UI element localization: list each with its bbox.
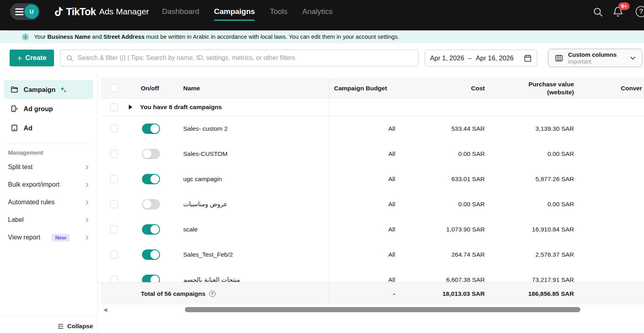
avatar[interactable]: U <box>24 4 39 19</box>
ad-icon <box>10 124 18 132</box>
campaign-budget-value: All <box>329 150 395 158</box>
sidebar: Campaign Ad group Ad <box>0 72 98 333</box>
table-row: Sales-CUSTOM All 0.00 SAR 0.00 SAR <box>101 141 644 166</box>
draft-notice[interactable]: You have 8 draft campaigns <box>140 104 222 111</box>
info-icon: i <box>22 34 29 40</box>
tiktok-logo: TikTok Ads Manager <box>53 0 149 23</box>
campaign-name[interactable]: ugc campagin <box>183 175 222 182</box>
totals-cost: 18,013.03 SAR <box>395 290 485 297</box>
plus-icon: + <box>17 54 22 62</box>
sidebar-item-bulk-export-import[interactable]: Bulk export/import <box>0 176 97 193</box>
date-range-picker[interactable]: Apr 1, 2026 – Apr 16, 2026 <box>425 50 537 66</box>
top-navbar: U TikTok Ads Manager Dashboard Campaigns… <box>0 0 644 30</box>
cost-value: 1,073.90 SAR <box>395 226 485 233</box>
table-row: منتجات العناية بالجسم All 6,607.38 SAR 7… <box>101 267 644 282</box>
campaign-budget-value: All <box>329 276 395 283</box>
header-conversions[interactable]: Conver <box>574 85 644 92</box>
sidebar-divider <box>8 144 89 144</box>
chevron-right-icon <box>84 199 90 205</box>
columns-selected-value: important <box>568 58 617 65</box>
chevron-right-icon <box>84 235 90 241</box>
sidebar-item-split-test[interactable]: Split test <box>0 158 97 176</box>
sidebar-item-ad-group[interactable]: Ad group <box>4 99 93 118</box>
row-checkbox[interactable] <box>110 175 118 183</box>
totals-help-icon[interactable]: ? <box>209 291 216 297</box>
campaign-budget-value: All <box>329 201 395 208</box>
search-filter-box[interactable] <box>60 50 418 66</box>
sidebar-item-view-report[interactable]: View report New <box>0 229 97 246</box>
table-row: scale All 1,073.90 SAR 16,910.84 SAR <box>101 217 644 242</box>
row-checkbox[interactable] <box>110 125 118 133</box>
custom-columns-dropdown[interactable]: Custom columns important <box>548 49 642 67</box>
on-off-toggle[interactable] <box>142 224 160 235</box>
new-badge: New <box>52 234 70 241</box>
on-off-toggle[interactable] <box>142 249 160 260</box>
on-off-toggle[interactable] <box>142 149 160 159</box>
account-menu[interactable]: U <box>10 3 40 20</box>
row-checkbox[interactable] <box>110 225 118 233</box>
row-checkbox[interactable] <box>110 150 118 158</box>
sidebar-bottom-divider <box>0 316 97 317</box>
search-input[interactable] <box>78 54 412 62</box>
nav-campaigns[interactable]: Campaigns <box>214 7 255 16</box>
row-checkbox[interactable] <box>110 251 118 259</box>
collapse-sidebar-button[interactable]: Collapse <box>57 323 93 330</box>
date-separator: – <box>468 54 472 62</box>
header-purchase-value[interactable]: Purchase value(website) <box>485 80 574 96</box>
header-name[interactable]: Name <box>166 85 329 92</box>
on-off-toggle[interactable] <box>142 124 160 134</box>
sidebar-item-automated-rules[interactable]: Automated rules <box>0 193 97 211</box>
campaign-name[interactable]: Sales_Test_Feb/2 <box>183 251 233 258</box>
campaign-name[interactable]: عروض ومناسبات <box>183 201 228 207</box>
totals-purchase: 186,856.85 SAR <box>485 290 574 297</box>
on-off-toggle[interactable] <box>142 199 160 209</box>
expand-triangle-icon[interactable] <box>129 105 132 110</box>
hamburger-icon[interactable] <box>15 8 24 15</box>
cost-value: 533.44 SAR <box>395 125 485 132</box>
draft-row-checkbox[interactable] <box>110 103 118 111</box>
campaign-name[interactable]: scale <box>183 226 198 233</box>
header-cost[interactable]: Cost <box>395 85 485 92</box>
nav-tools[interactable]: Tools <box>270 7 287 16</box>
banner-text: Your Business Name and Street Address mu… <box>34 34 399 40</box>
columns-label: Custom columns <box>568 51 617 58</box>
on-off-toggle[interactable] <box>142 174 160 184</box>
brand-suffix: Ads Manager <box>99 7 149 16</box>
select-all-checkbox[interactable] <box>110 84 118 92</box>
sidebar-item-campaign[interactable]: Campaign <box>4 80 93 99</box>
on-off-toggle[interactable] <box>142 275 160 283</box>
management-section-label: Management <box>8 150 97 156</box>
campaign-name[interactable]: Sales- custom 2 <box>183 125 228 132</box>
nav-analytics[interactable]: Analytics <box>302 7 333 16</box>
header-on-off[interactable]: On/off <box>124 85 166 92</box>
ad-group-icon <box>10 105 18 113</box>
search-input-icon <box>66 54 74 62</box>
scroll-left-arrow[interactable]: ◀ <box>103 307 107 313</box>
purchase-value: 2,578.37 SAR <box>485 251 574 258</box>
brand-name: TikTok <box>66 6 96 18</box>
row-checkbox[interactable] <box>110 200 118 208</box>
sidebar-item-label[interactable]: Label <box>0 211 97 229</box>
sidebar-item-ad[interactable]: Ad <box>4 118 93 138</box>
nav-dashboard[interactable]: Dashboard <box>162 7 199 16</box>
folder-icon <box>10 86 18 94</box>
search-icon[interactable] <box>592 6 604 19</box>
campaigns-table: On/off Name Campaign Budget Cost Purchas… <box>101 78 644 305</box>
compliance-banner: i Your Business Name and Street Address … <box>0 30 644 43</box>
create-button[interactable]: + Create <box>10 50 54 66</box>
main-nav: Dashboard Campaigns Tools Analytics <box>162 0 333 23</box>
campaign-name[interactable]: منتجات العناية بالجسم <box>183 276 240 283</box>
chevron-right-icon <box>84 217 90 223</box>
notification-badge: 9+ <box>618 2 630 10</box>
help-icon[interactable]: ? <box>636 6 644 17</box>
chevron-down-icon <box>629 54 636 62</box>
cost-value: 0.00 SAR <box>395 150 485 158</box>
purchase-value: 16,910.84 SAR <box>485 226 574 233</box>
header-campaign-budget[interactable]: Campaign Budget <box>329 85 395 92</box>
table-body: Sales- custom 2 All 533.44 SAR 3,139.30 … <box>101 116 644 282</box>
cost-value: 264.74 SAR <box>395 251 485 258</box>
table-header-row: On/off Name Campaign Budget Cost Purchas… <box>101 78 644 98</box>
campaign-name[interactable]: Sales-CUSTOM <box>183 150 228 157</box>
row-checkbox[interactable] <box>110 276 118 283</box>
scrollbar-thumb[interactable] <box>185 307 580 312</box>
